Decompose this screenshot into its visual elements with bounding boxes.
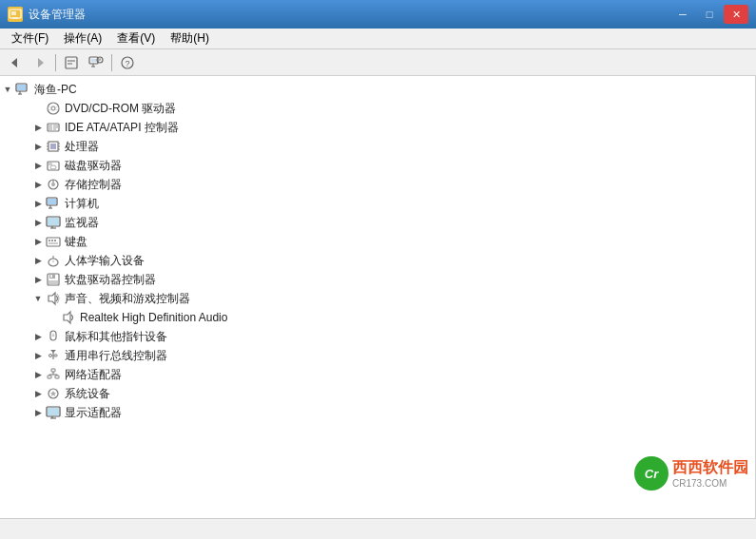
expander[interactable]: ▶: [30, 158, 46, 173]
item-label: 鼠标和其他指针设备: [65, 329, 167, 345]
svg-rect-5: [66, 57, 77, 68]
computer-icon: [15, 82, 30, 97]
item-label: 计算机: [65, 196, 99, 212]
svg-rect-39: [48, 163, 52, 165]
expander[interactable]: ▼: [30, 291, 46, 306]
main-area: ▼ 海鱼-PC ▶: [0, 76, 756, 518]
floppy-icon: [46, 272, 61, 287]
tree-item[interactable]: ▶ 网络适配器: [0, 365, 755, 384]
svg-rect-54: [54, 240, 56, 241]
item-label: 声音、视频和游戏控制器: [65, 291, 190, 307]
expander[interactable]: ▶: [30, 367, 46, 382]
close-button[interactable]: ✕: [724, 5, 748, 24]
svg-rect-25: [48, 125, 52, 130]
svg-point-14: [100, 60, 101, 61]
tree-item[interactable]: ▶ 存储控制器: [0, 175, 755, 194]
item-label: 通用串行总线控制器: [65, 348, 167, 364]
toolbar-sep-1: [55, 54, 56, 71]
svg-point-21: [48, 103, 59, 114]
item-label: 显示适配器: [65, 405, 122, 421]
svg-point-23: [48, 106, 59, 110]
item-label: 人体学输入设备: [65, 253, 145, 269]
menu-view[interactable]: 查看(V): [109, 29, 163, 48]
root-expander[interactable]: ▼: [0, 82, 15, 97]
tree-item[interactable]: ▶ 软盘驱动器控制器: [0, 270, 755, 289]
storage-icon: [46, 177, 61, 192]
display-icon: [46, 405, 61, 420]
tree-panel[interactable]: ▼ 海鱼-PC ▶: [0, 76, 756, 518]
device-manager-button[interactable]: [85, 52, 107, 73]
tree-item[interactable]: ▶ Realtek High Definition Audio: [0, 308, 755, 327]
svg-rect-51: [47, 238, 60, 246]
svg-rect-73: [48, 375, 51, 378]
svg-rect-44: [48, 199, 56, 204]
menu-bar: 文件(F) 操作(A) 查看(V) 帮助(H): [0, 29, 756, 49]
back-button[interactable]: [4, 52, 27, 73]
system-icon: [46, 386, 61, 401]
expander: ▶: [30, 101, 46, 116]
expander[interactable]: ▶: [30, 215, 46, 230]
root-label: 海鱼-PC: [34, 82, 77, 98]
tree-item[interactable]: ▶ 鼠标和其他指针设备: [0, 327, 755, 346]
expander[interactable]: ▶: [30, 405, 46, 420]
item-label: IDE ATA/ATAPI 控制器: [65, 120, 179, 136]
svg-rect-74: [55, 375, 59, 378]
svg-point-38: [50, 165, 56, 169]
network-icon: [46, 367, 61, 382]
svg-rect-71: [54, 355, 57, 356]
tree-item[interactable]: ▶ 通用串行总线控制器: [0, 346, 755, 365]
tree-item[interactable]: ▶ IDE ATA/ATAPI 控制器: [0, 118, 755, 137]
help-button[interactable]: ?: [116, 52, 139, 73]
expander[interactable]: ▶: [30, 120, 46, 135]
usb-icon: [46, 348, 61, 363]
toolbar-sep-2: [111, 54, 112, 71]
tree-item[interactable]: ▶ 磁盘驱动器: [0, 156, 755, 175]
cpu-icon: [46, 139, 61, 154]
properties-button[interactable]: [60, 52, 83, 73]
tree-item[interactable]: ▶ DVD/CD-ROM 驱动器: [0, 99, 755, 118]
expander[interactable]: ▶: [30, 139, 46, 154]
minimize-button[interactable]: ─: [670, 5, 695, 24]
expander[interactable]: ▶: [30, 348, 46, 363]
expander[interactable]: ▶: [30, 329, 46, 344]
mouse-icon: [46, 329, 61, 344]
svg-marker-63: [48, 293, 55, 304]
expander[interactable]: ▶: [30, 234, 46, 249]
menu-action[interactable]: 操作(A): [56, 29, 109, 48]
expander[interactable]: ▶: [30, 177, 46, 192]
svg-marker-64: [64, 312, 70, 323]
svg-marker-69: [50, 350, 56, 353]
tree-item[interactable]: ▼ 声音、视频和游戏控制器: [0, 289, 755, 308]
expander[interactable]: ▶: [30, 272, 46, 287]
expander[interactable]: ▶: [30, 196, 46, 211]
svg-point-22: [51, 106, 55, 110]
tree-item[interactable]: ▶ 显示适配器: [0, 403, 755, 422]
svg-rect-81: [48, 408, 59, 415]
svg-rect-48: [48, 218, 59, 225]
tree-item[interactable]: ▶ 系统设备: [0, 384, 755, 403]
svg-point-41: [51, 183, 55, 186]
svg-rect-52: [48, 240, 50, 241]
tree-root-node[interactable]: ▼ 海鱼-PC: [0, 80, 755, 99]
expander[interactable]: ▶: [30, 253, 46, 268]
title-bar: 设备管理器 ─ □ ✕: [0, 0, 756, 29]
item-label: 网络适配器: [65, 367, 122, 383]
tree-item[interactable]: ▶ 处理器: [0, 137, 755, 156]
svg-rect-55: [48, 242, 58, 244]
svg-rect-18: [17, 85, 26, 90]
forward-button[interactable]: [29, 52, 51, 73]
menu-file[interactable]: 文件(F): [4, 29, 56, 48]
dvd-icon: [46, 101, 61, 116]
tree-item[interactable]: ▶ 监视器: [0, 213, 755, 232]
item-label: DVD/CD-ROM 驱动器: [65, 101, 176, 117]
item-label: 磁盘驱动器: [65, 158, 122, 174]
tree-item[interactable]: ▶ 键盘: [0, 232, 755, 251]
tree-item[interactable]: ▶ 人体学输入设备: [0, 251, 755, 270]
menu-help[interactable]: 帮助(H): [163, 29, 217, 48]
tree-item[interactable]: ▶ 计算机: [0, 194, 755, 213]
svg-rect-62: [48, 280, 58, 284]
maximize-button[interactable]: □: [697, 5, 722, 24]
expander[interactable]: ▶: [30, 386, 46, 401]
svg-text:?: ?: [125, 59, 129, 68]
toolbar: ?: [0, 49, 756, 76]
